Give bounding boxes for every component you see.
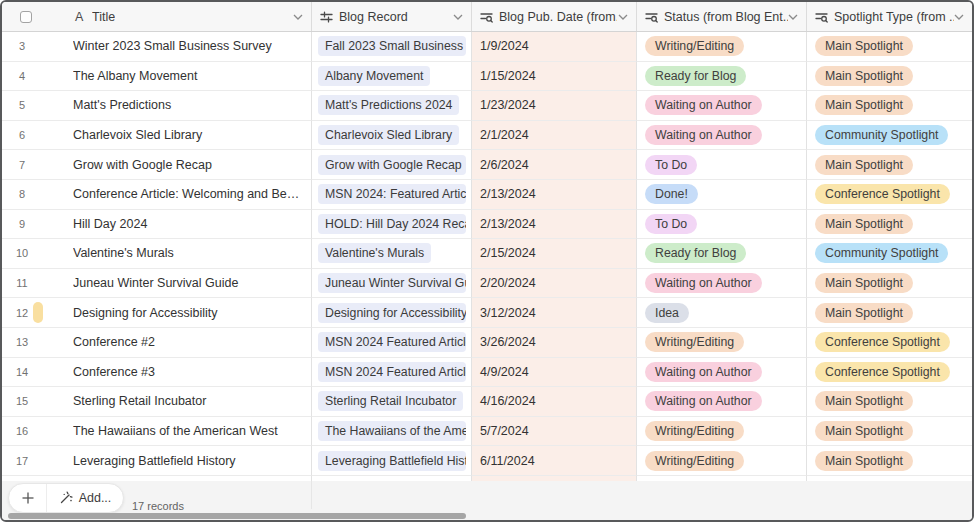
chevron-down-icon[interactable] xyxy=(453,13,463,20)
pub-date-cell[interactable]: 4/9/2024 xyxy=(472,358,637,388)
pub-date-cell[interactable]: 1/23/2024 xyxy=(472,91,637,121)
blog-record-cell[interactable]: HOLD: Hill Day 2024 Recap xyxy=(312,210,472,240)
status-cell[interactable]: Done! xyxy=(637,180,807,210)
table-row[interactable]: 8 Conference Article: Welcoming and Belo… xyxy=(2,180,972,210)
pub-date-cell[interactable]: 2/15/2024 xyxy=(472,239,637,269)
table-row[interactable]: 7 Grow with Google Recap Grow with Googl… xyxy=(2,150,972,180)
blog-record-cell[interactable]: The Hawaiians of the American West xyxy=(312,417,472,447)
pub-date-cell[interactable]: 2/13/2024 xyxy=(472,210,637,240)
table-row[interactable]: 10 Valentine's Murals Valentine's Murals… xyxy=(2,239,972,269)
status-cell[interactable]: Ready for Blog xyxy=(637,239,807,269)
column-header-spotlight-type[interactable]: Spotlight Type (from ... xyxy=(807,2,972,31)
title-cell[interactable]: 7 Grow with Google Recap xyxy=(2,150,312,180)
blog-record-cell[interactable]: MSN 2024 Featured Article #3 xyxy=(312,358,472,388)
table-row[interactable]: 5 Matt's Predictions Matt's Predictions … xyxy=(2,91,972,121)
record-chip[interactable]: MSN 2024: Featured Article #2 xyxy=(318,184,466,204)
pub-date-cell[interactable]: 4/16/2024 xyxy=(472,387,637,417)
spotlight-cell[interactable]: Main Spotlight xyxy=(807,298,972,328)
title-cell[interactable]: 15 Sterling Retail Incubator xyxy=(2,387,312,417)
title-cell[interactable]: 10 Valentine's Murals xyxy=(2,239,312,269)
blog-record-cell[interactable]: Valentine's Murals xyxy=(312,239,472,269)
status-cell[interactable]: Writing/Editing xyxy=(637,32,807,62)
status-cell[interactable]: To Do xyxy=(637,150,807,180)
table-row[interactable]: 12 Designing for Accessibility Designing… xyxy=(2,298,972,328)
blog-record-cell[interactable]: Sterling Retail Incubator xyxy=(312,387,472,417)
spotlight-cell[interactable]: Community Spotlight xyxy=(807,121,972,151)
pub-date-cell[interactable]: 2/6/2024 xyxy=(472,150,637,180)
pub-date-cell[interactable]: 3/26/2024 xyxy=(472,328,637,358)
pub-date-cell[interactable]: 2/13/2024 xyxy=(472,180,637,210)
table-row[interactable]: 17 Leveraging Battlefield History Levera… xyxy=(2,446,972,476)
blog-record-cell[interactable]: Grow with Google Recap xyxy=(312,150,472,180)
spotlight-cell[interactable]: Main Spotlight xyxy=(807,387,972,417)
chevron-down-icon[interactable] xyxy=(618,13,628,20)
spotlight-cell[interactable]: Main Spotlight xyxy=(807,62,972,92)
pub-date-cell[interactable]: 6/11/2024 xyxy=(472,446,637,476)
spotlight-cell[interactable]: Main Spotlight xyxy=(807,210,972,240)
pub-date-cell[interactable]: 2/20/2024 xyxy=(472,269,637,299)
table-row[interactable]: 6 Charlevoix Sled Library Charlevoix Sle… xyxy=(2,121,972,151)
title-cell[interactable]: 8 Conference Article: Welcoming and Belo… xyxy=(2,180,312,210)
record-chip[interactable]: Fall 2023 Small Business Survey xyxy=(318,36,466,56)
record-chip[interactable]: Valentine's Murals xyxy=(318,243,431,263)
record-chip[interactable]: The Hawaiians of the American West xyxy=(318,421,466,441)
status-cell[interactable]: Waiting on Author xyxy=(637,269,807,299)
spotlight-cell[interactable]: Main Spotlight xyxy=(807,91,972,121)
title-cell[interactable]: 9 Hill Day 2024 xyxy=(2,210,312,240)
title-cell[interactable]: 6 Charlevoix Sled Library xyxy=(2,121,312,151)
record-chip[interactable]: Sterling Retail Incubator xyxy=(318,391,463,411)
pub-date-cell[interactable]: 2/1/2024 xyxy=(472,121,637,151)
table-row[interactable]: 13 Conference #2 MSN 2024 Featured Artic… xyxy=(2,328,972,358)
add-row-button[interactable] xyxy=(9,484,47,512)
table-row[interactable]: 3 Winter 2023 Small Business Survey Fall… xyxy=(2,32,972,62)
column-header-pub-date[interactable]: Blog Pub. Date (from... xyxy=(472,2,637,31)
blog-record-cell[interactable]: Juneau Winter Survival Guide xyxy=(312,269,472,299)
column-header-title[interactable]: A Title xyxy=(2,2,312,31)
title-cell[interactable]: 12 Designing for Accessibility xyxy=(2,298,312,328)
record-chip[interactable]: Matt's Predictions 2024 xyxy=(318,95,459,115)
record-chip[interactable]: MSN 2024 Featured Article #2 xyxy=(318,332,466,352)
blog-record-cell[interactable]: Designing for Accessibility xyxy=(312,298,472,328)
record-chip[interactable]: Designing for Accessibility xyxy=(318,303,466,323)
spotlight-cell[interactable]: Main Spotlight xyxy=(807,150,972,180)
spotlight-cell[interactable]: Conference Spotlight xyxy=(807,358,972,388)
chevron-down-icon[interactable] xyxy=(293,13,303,20)
table-row[interactable]: 16 The Hawaiians of the American West Th… xyxy=(2,417,972,447)
spotlight-cell[interactable]: Main Spotlight xyxy=(807,269,972,299)
status-cell[interactable]: Ready for Blog xyxy=(637,62,807,92)
status-cell[interactable]: Writing/Editing xyxy=(637,328,807,358)
status-cell[interactable]: Waiting on Author xyxy=(637,387,807,417)
record-chip[interactable]: Charlevoix Sled Library xyxy=(318,125,459,145)
status-cell[interactable]: Waiting on Author xyxy=(637,121,807,151)
horizontal-scrollbar-thumb[interactable] xyxy=(8,513,466,519)
record-chip[interactable]: Juneau Winter Survival Guide xyxy=(318,273,466,293)
blog-record-cell[interactable]: Leveraging Battlefield History xyxy=(312,446,472,476)
record-chip[interactable]: Grow with Google Recap xyxy=(318,155,466,175)
pub-date-cell[interactable]: 1/15/2024 xyxy=(472,62,637,92)
table-row[interactable]: 14 Conference #3 MSN 2024 Featured Artic… xyxy=(2,358,972,388)
spotlight-cell[interactable]: Main Spotlight xyxy=(807,446,972,476)
table-row[interactable]: 15 Sterling Retail Incubator Sterling Re… xyxy=(2,387,972,417)
status-cell[interactable]: Waiting on Author xyxy=(637,358,807,388)
blog-record-cell[interactable]: Fall 2023 Small Business Survey xyxy=(312,32,472,62)
title-cell[interactable]: 11 Juneau Winter Survival Guide xyxy=(2,269,312,299)
record-chip[interactable]: MSN 2024 Featured Article #3 xyxy=(318,362,466,382)
spotlight-cell[interactable]: Conference Spotlight xyxy=(807,180,972,210)
status-cell[interactable]: Writing/Editing xyxy=(637,446,807,476)
chevron-down-icon[interactable] xyxy=(788,13,798,20)
spotlight-cell[interactable]: Main Spotlight xyxy=(807,32,972,62)
title-cell[interactable]: 16 The Hawaiians of the American West xyxy=(2,417,312,447)
status-cell[interactable]: Writing/Editing xyxy=(637,417,807,447)
column-header-blog-record[interactable]: Blog Record xyxy=(312,2,472,31)
record-chip[interactable]: Albany Movement xyxy=(318,66,430,86)
status-cell[interactable]: To Do xyxy=(637,210,807,240)
table-row[interactable]: 9 Hill Day 2024 HOLD: Hill Day 2024 Reca… xyxy=(2,210,972,240)
title-cell[interactable]: 5 Matt's Predictions xyxy=(2,91,312,121)
status-cell[interactable]: Waiting on Author xyxy=(637,91,807,121)
spotlight-cell[interactable]: Community Spotlight xyxy=(807,239,972,269)
add-with-ai-button[interactable]: Add... xyxy=(47,484,123,512)
record-chip[interactable]: HOLD: Hill Day 2024 Recap xyxy=(318,214,466,234)
record-chip[interactable]: Leveraging Battlefield History xyxy=(318,451,466,471)
title-cell[interactable]: 14 Conference #3 xyxy=(2,358,312,388)
table-row[interactable]: 4 The Albany Movement Albany Movement 1/… xyxy=(2,62,972,92)
